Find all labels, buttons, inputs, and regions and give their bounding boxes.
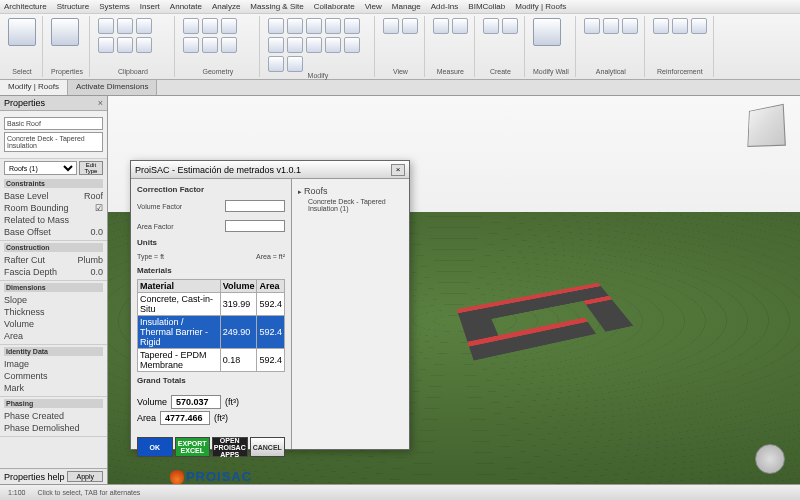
- prop-row[interactable]: Phase Demolished: [4, 422, 103, 434]
- flame-icon: [170, 467, 184, 485]
- tab-modify-roofs[interactable]: Modify | Roofs: [0, 80, 68, 95]
- materials-table[interactable]: MaterialVolumeArea Concrete, Cast-in-Sit…: [137, 279, 285, 372]
- prop-row[interactable]: Image: [4, 358, 103, 370]
- menu-item[interactable]: Massing & Site: [250, 2, 303, 11]
- ribbon-icon[interactable]: [672, 18, 688, 34]
- cancel-button[interactable]: CANCEL: [250, 437, 286, 457]
- ribbon-icon[interactable]: [483, 18, 499, 34]
- ribbon-icon[interactable]: [622, 18, 638, 34]
- ribbon-group-properties: Properties: [45, 16, 90, 77]
- prop-row[interactable]: Comments: [4, 370, 103, 382]
- tree-item[interactable]: Concrete Deck - Tapered Insulation (1): [298, 197, 403, 213]
- prop-row[interactable]: Fascia Depth0.0: [4, 266, 103, 278]
- open-apps-button[interactable]: OPEN PROISAC APPS: [212, 437, 248, 457]
- menu-item[interactable]: Analyze: [212, 2, 240, 11]
- ribbon-icon[interactable]: [383, 18, 399, 34]
- close-icon[interactable]: ×: [98, 98, 103, 108]
- menu-item[interactable]: Manage: [392, 2, 421, 11]
- properties-footer: Properties help Apply: [0, 468, 107, 484]
- ribbon-icon[interactable]: [502, 18, 518, 34]
- copy-elem-icon[interactable]: [287, 18, 303, 34]
- copy-icon[interactable]: [136, 18, 152, 34]
- status-bar: 1:100 Click to select, TAB for alternate…: [0, 484, 800, 500]
- split-icon[interactable]: [306, 37, 322, 53]
- ribbon-group-analytical: Analytical: [578, 16, 645, 77]
- tab-activate-dimensions[interactable]: Activate Dimensions: [68, 80, 157, 95]
- ribbon-icon[interactable]: [603, 18, 619, 34]
- navigation-wheel[interactable]: [755, 444, 785, 474]
- close-icon[interactable]: ×: [391, 164, 405, 176]
- pin-icon[interactable]: [268, 56, 284, 72]
- ribbon-icon[interactable]: [117, 37, 133, 53]
- properties-help-link[interactable]: Properties help: [4, 472, 65, 482]
- volume-factor-input[interactable]: [225, 200, 285, 212]
- type-selector[interactable]: Basic Roof Concrete Deck - Tapered Insul…: [0, 111, 107, 159]
- ribbon-icon[interactable]: [183, 37, 199, 53]
- edit-profile-icon[interactable]: [533, 18, 561, 46]
- rebar-icon[interactable]: [653, 18, 669, 34]
- menu-item[interactable]: Systems: [99, 2, 130, 11]
- prop-row[interactable]: Base LevelRoof: [4, 190, 103, 202]
- delete-icon[interactable]: [287, 56, 303, 72]
- prop-row[interactable]: Volume: [4, 318, 103, 330]
- dialog-titlebar[interactable]: ProiSAC - Estimación de metrados v1.0.1 …: [131, 161, 409, 179]
- array-icon[interactable]: [344, 18, 360, 34]
- ribbon-icon[interactable]: [691, 18, 707, 34]
- prop-row[interactable]: Base Offset0.0: [4, 226, 103, 238]
- status-scale[interactable]: 1:100: [8, 489, 26, 496]
- offset-icon[interactable]: [344, 37, 360, 53]
- ribbon-group-clipboard: Clipboard: [92, 16, 175, 77]
- dialog-buttons: OK EXPORT EXCEL OPEN PROISAC APPS CANCEL: [137, 437, 285, 457]
- prop-row[interactable]: Slope: [4, 294, 103, 306]
- grand-totals-label: Grand Totals: [137, 376, 285, 385]
- ok-button[interactable]: OK: [137, 437, 173, 457]
- prop-row[interactable]: Rafter CutPlumb: [4, 254, 103, 266]
- area-factor-input[interactable]: [225, 220, 285, 232]
- match-icon[interactable]: [98, 37, 114, 53]
- measure-icon[interactable]: [433, 18, 449, 34]
- menu-item[interactable]: Annotate: [170, 2, 202, 11]
- menu-item[interactable]: BIMCollab: [468, 2, 505, 11]
- ribbon-icon[interactable]: [584, 18, 600, 34]
- menu-item[interactable]: Modify | Roofs: [515, 2, 566, 11]
- ribbon-icon[interactable]: [136, 37, 152, 53]
- scale-icon[interactable]: [268, 37, 284, 53]
- prop-row[interactable]: Mark: [4, 382, 103, 394]
- ribbon-icon[interactable]: [402, 18, 418, 34]
- cut-icon[interactable]: [117, 18, 133, 34]
- menu-item[interactable]: Insert: [140, 2, 160, 11]
- tree-root[interactable]: ▸ Roofs: [298, 185, 403, 197]
- menu-item[interactable]: Architecture: [4, 2, 47, 11]
- join-icon[interactable]: [221, 18, 237, 34]
- menu-item[interactable]: View: [365, 2, 382, 11]
- prop-row[interactable]: Related to Mass: [4, 214, 103, 226]
- move-icon[interactable]: [268, 18, 284, 34]
- dimension-icon[interactable]: [452, 18, 468, 34]
- trim-icon[interactable]: [287, 37, 303, 53]
- edit-type-button[interactable]: Edit Type: [79, 161, 103, 175]
- menu-item[interactable]: Collaborate: [314, 2, 355, 11]
- selection-filter[interactable]: Roofs (1): [4, 161, 77, 175]
- properties-icon[interactable]: [51, 18, 79, 46]
- menu-item[interactable]: Add-Ins: [431, 2, 459, 11]
- ribbon-group-modify: Modify: [262, 16, 375, 77]
- ribbon-group-view: View: [377, 16, 425, 77]
- prop-row[interactable]: Area: [4, 330, 103, 342]
- apply-button[interactable]: Apply: [67, 471, 103, 482]
- prop-row[interactable]: Room Bounding☑: [4, 202, 103, 214]
- ribbon-icon[interactable]: [221, 37, 237, 53]
- cope-icon[interactable]: [183, 18, 199, 34]
- prop-row[interactable]: Phase Created: [4, 410, 103, 422]
- ribbon-group-select: Select: [2, 16, 43, 77]
- mirror-icon[interactable]: [325, 18, 341, 34]
- view-cube[interactable]: [747, 104, 786, 147]
- modify-icon[interactable]: [8, 18, 36, 46]
- menu-item[interactable]: Structure: [57, 2, 89, 11]
- export-excel-button[interactable]: EXPORT EXCEL: [175, 437, 211, 457]
- cut-geom-icon[interactable]: [202, 18, 218, 34]
- rotate-icon[interactable]: [306, 18, 322, 34]
- prop-row[interactable]: Thickness: [4, 306, 103, 318]
- align-icon[interactable]: [325, 37, 341, 53]
- paste-icon[interactable]: [98, 18, 114, 34]
- ribbon-icon[interactable]: [202, 37, 218, 53]
